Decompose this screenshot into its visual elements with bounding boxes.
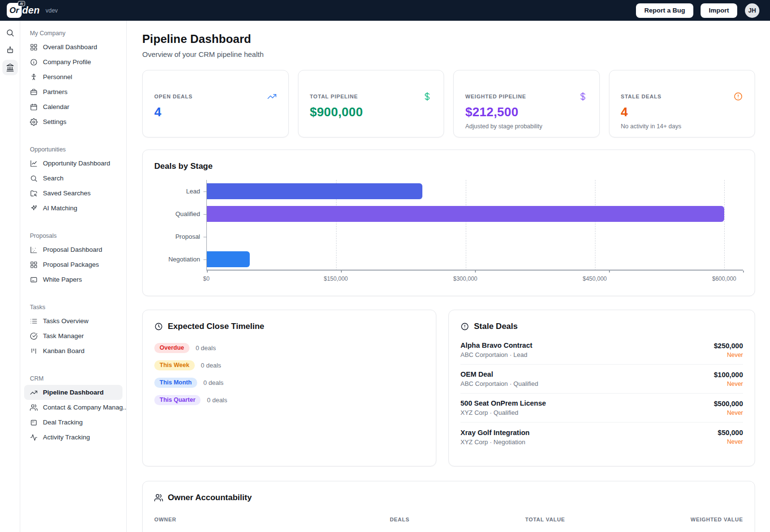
stale-deal-last-activity: Never — [714, 381, 743, 387]
stale-deal-row[interactable]: OEM DealABC Corportaion · Qualified$100,… — [460, 365, 743, 394]
report-bug-button[interactable]: Report a Bug — [636, 3, 693, 18]
sidebar-item-proposal-dashboard[interactable]: Proposal Dashboard — [24, 242, 122, 257]
sidebar-item-label: Activity Tracking — [43, 434, 90, 441]
sidebar-item-deal-tracking[interactable]: Deal Tracking — [24, 415, 122, 430]
sidebar-section-gap — [24, 358, 122, 369]
sidebar-item-opportunity-dashboard[interactable]: Opportunity Dashboard — [24, 156, 122, 171]
sidebar-item-task-manager[interactable]: Task Manager — [24, 328, 122, 343]
stale-title-row: Stale Deals — [460, 322, 743, 331]
chart-title-row: Deals by Stage — [154, 162, 743, 171]
alert-circle-icon — [460, 322, 469, 331]
kanban-icon — [30, 347, 38, 355]
chart-x-tick — [341, 271, 342, 273]
stat-subtitle: No activity in 14+ days — [621, 123, 743, 130]
sidebar-item-label: Company Profile — [43, 58, 91, 66]
sidebar-item-settings[interactable]: Settings — [24, 114, 122, 129]
owner-column-header: TOTAL VALUE — [525, 517, 655, 522]
sidebar-item-label: Partners — [43, 88, 68, 95]
folder-search-icon — [30, 190, 38, 197]
stat-label: OPEN DEALS — [154, 94, 193, 99]
stat-card-stale-deals: STALE DEALS4No activity in 14+ days — [609, 70, 756, 137]
chart-x-label: $0 — [203, 275, 209, 282]
import-button[interactable]: Import — [701, 3, 737, 18]
stale-deals-list: Alpha Bravo ContractABC Corportaion · Le… — [460, 336, 743, 451]
sidebar-item-saved-searches[interactable]: Saved Searches — [24, 186, 122, 201]
sidebar-item-white-papers[interactable]: White Papers — [24, 272, 122, 287]
chart-bar-lead — [207, 183, 422, 199]
stat-icon-wrap — [267, 92, 277, 101]
sidebar-item-label: AI Matching — [43, 205, 77, 212]
stale-deal-row[interactable]: Xray Golf IntegrationXYZ Corp · Negotiat… — [460, 423, 743, 451]
stale-deal-value: $500,000 — [714, 400, 743, 408]
sidebar-item-company-profile[interactable]: Company Profile — [24, 55, 122, 69]
rail-button-bank[interactable] — [2, 60, 18, 75]
sidebar-item-proposal-packages[interactable]: Proposal Packages — [24, 257, 122, 272]
sidebar-item-ai-matching[interactable]: AI Matching — [24, 201, 122, 216]
stat-icon-wrap — [422, 92, 432, 101]
deals-by-stage-chart: LeadQualifiedProposalNegotiation — [154, 180, 743, 271]
stat-value: $900,000 — [310, 105, 432, 120]
timeline-row: This Quarter0 deals — [154, 395, 424, 406]
owner-accountability-card: Owner Accountability OWNERDEALSTOTAL VAL… — [142, 481, 755, 532]
owner-column-header: OWNER — [154, 517, 390, 522]
sidebar-item-activity-tracking[interactable]: Activity Tracking — [24, 430, 122, 445]
sidebar-section-label: Opportunities — [30, 146, 117, 153]
stale-deal-last-activity: Never — [714, 409, 743, 416]
activity-icon — [30, 434, 38, 441]
list-icon — [30, 317, 38, 325]
sidebar-item-tasks-overview[interactable]: Tasks Overview — [24, 314, 122, 328]
sidebar-item-kanban-board[interactable]: Kanban Board — [24, 343, 122, 358]
rail-button-search[interactable] — [2, 25, 18, 41]
person-icon — [30, 73, 38, 81]
sidebar-item-pipeline-dashboard[interactable]: Pipeline Dashboard — [24, 385, 122, 400]
page-subtitle: Overview of your CRM pipeline health — [142, 50, 755, 58]
app-logo: Or AI den vdev — [7, 3, 58, 18]
chart-x-label: $450,000 — [582, 275, 607, 282]
briefcase-icon — [30, 88, 38, 96]
icon-rail — [0, 21, 20, 532]
sidebar-item-overall-dashboard[interactable]: Overall Dashboard — [24, 40, 122, 55]
chart-line-icon — [30, 160, 38, 167]
stale-deal-meta: ABC Corportaion · Qualified — [460, 380, 538, 387]
sidebar-section-gap — [24, 287, 122, 298]
stale-deal-name: 500 Seat OnPrem License — [460, 399, 546, 407]
sidebar-item-label: Proposal Dashboard — [43, 246, 102, 253]
stale-deal-value: $100,000 — [714, 371, 743, 379]
sidebar-item-calendar[interactable]: Calendar — [24, 99, 122, 114]
stat-value: 4 — [621, 105, 743, 120]
stat-card-open-deals: OPEN DEALS4 — [142, 70, 289, 137]
sidebar-section-label: Proposals — [30, 232, 117, 239]
sidebar-item-search[interactable]: Search — [24, 171, 122, 186]
wallet-icon — [30, 419, 38, 426]
user-avatar[interactable]: JH — [745, 3, 759, 18]
chart-category-label: Proposal — [154, 225, 206, 248]
stale-deal-row[interactable]: 500 Seat OnPrem LicenseXYZ Corp · Qualif… — [460, 394, 743, 423]
chart-x-axis — [207, 270, 743, 271]
chart-bar-negotiation — [207, 251, 250, 267]
sidebar-section-label: My Company — [30, 30, 117, 37]
stale-deal-right: $50,000Never — [718, 429, 743, 445]
stat-card-top: TOTAL PIPELINE — [310, 92, 432, 101]
dollar-icon — [578, 92, 588, 101]
owner-table-header: OWNERDEALSTOTAL VALUEWEIGHTED VALUE — [154, 517, 743, 522]
chart-scatter-icon — [30, 246, 38, 254]
sidebar-item-partners[interactable]: Partners — [24, 84, 122, 99]
stale-deal-name: Xray Golf Integration — [460, 429, 529, 437]
top-navbar: Or AI den vdev Report a Bug Import JH — [0, 0, 770, 21]
page-title: Pipeline Dashboard — [142, 32, 755, 46]
rail-button-bot[interactable] — [2, 42, 18, 58]
stats-row: OPEN DEALS4TOTAL PIPELINE$900,000WEIGHTE… — [142, 70, 755, 137]
sidebar-item-contact-company-manag[interactable]: Contact & Company Manag... — [24, 400, 122, 415]
stale-deal-right: $100,000Never — [714, 371, 743, 387]
chart-category-label: Lead — [154, 180, 206, 203]
stale-deal-row[interactable]: Alpha Bravo ContractABC Corportaion · Le… — [460, 336, 743, 365]
timeline-count: 0 deals — [207, 396, 227, 404]
stale-deal-meta: XYZ Corp · Negotiation — [460, 438, 529, 446]
logo-text: den — [22, 5, 40, 16]
stat-card-total-pipeline: TOTAL PIPELINE$900,000 — [298, 70, 445, 137]
chart-row-negotiation — [207, 248, 724, 271]
sidebar-item-personnel[interactable]: Personnel — [24, 69, 122, 84]
stale-deal-left: Xray Golf IntegrationXYZ Corp · Negotiat… — [460, 429, 529, 446]
calendar-icon — [30, 103, 38, 111]
sidebar-item-label: Contact & Company Manag... — [43, 404, 127, 411]
